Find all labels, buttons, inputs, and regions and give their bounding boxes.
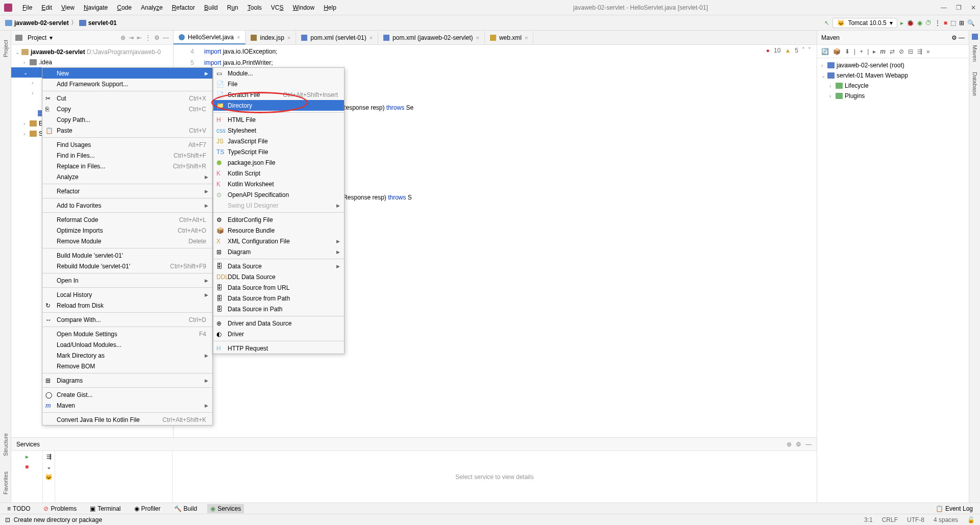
inspection-widget[interactable]: ●10 ▲5 ˆ ˇ bbox=[766, 47, 811, 54]
submenu-ds-path[interactable]: 🗄Data Source from Path bbox=[213, 293, 344, 304]
submenu-driver-ds[interactable]: ⊕Driver and Data Source bbox=[213, 318, 344, 329]
menu-rebuild-module[interactable]: Rebuild Module 'servlet-01'Ctrl+Shift+F9 bbox=[42, 261, 212, 271]
submenu-resource-bundle[interactable]: 📦Resource Bundle bbox=[213, 225, 344, 236]
add-icon[interactable]: ⊕ bbox=[787, 441, 792, 448]
submenu-typescript[interactable]: TSTypeScript File bbox=[213, 146, 344, 157]
problems-button[interactable]: ⊘Problems bbox=[40, 504, 80, 513]
filter-icon[interactable]: ⇶ bbox=[46, 453, 52, 460]
structure-button[interactable]: ⊞ bbox=[959, 19, 964, 27]
gear-icon[interactable]: ⚙ bbox=[154, 34, 160, 41]
menu-open-in[interactable]: Open In▶ bbox=[42, 275, 212, 286]
debug-button[interactable]: 🐞 bbox=[906, 19, 914, 27]
submenu-directory[interactable]: 📁Directory bbox=[213, 100, 344, 111]
download-icon[interactable]: ⬇ bbox=[845, 48, 850, 55]
submenu-editorconfig[interactable]: ⚙EditorConfig File bbox=[213, 214, 344, 225]
menu-load-unload[interactable]: Load/Unload Modules... bbox=[42, 339, 212, 350]
run-icon[interactable]: ▸ bbox=[873, 48, 876, 55]
menu-module-settings[interactable]: Open Module SettingsF4 bbox=[42, 329, 212, 339]
menu-copy[interactable]: ⎘CopyCtrl+C bbox=[42, 104, 212, 114]
close-icon[interactable]: × bbox=[287, 35, 290, 41]
menu-paste[interactable]: 📋PasteCtrl+V bbox=[42, 125, 212, 136]
submenu-package-json[interactable]: ⬢package.json File bbox=[213, 157, 344, 168]
menu-maven[interactable]: mMaven▶ bbox=[42, 400, 212, 411]
lock-icon[interactable]: 🔓 bbox=[967, 516, 975, 523]
menu-edit[interactable]: Edit bbox=[37, 3, 56, 13]
stop-icon[interactable]: ■ bbox=[25, 463, 29, 470]
terminal-button[interactable]: ▣Terminal bbox=[87, 504, 124, 513]
collapse-icon[interactable]: ⊟ bbox=[908, 48, 913, 55]
submenu-file[interactable]: 📄File bbox=[213, 79, 344, 89]
submenu-scratch[interactable]: 📄Scratch FileCtrl+Alt+Shift+Insert bbox=[213, 89, 344, 100]
hide-icon[interactable]: — bbox=[805, 441, 812, 448]
expand-icon[interactable]: ⇤ bbox=[137, 34, 142, 41]
hammer-icon[interactable]: ↖ bbox=[824, 19, 829, 27]
menu-mark-dir[interactable]: Mark Directory as▶ bbox=[42, 350, 212, 361]
menu-create-gist[interactable]: ◯Create Gist... bbox=[42, 389, 212, 400]
maven-root-project[interactable]: ›javaweb-02-servlet (root) bbox=[817, 60, 969, 70]
menu-find-files[interactable]: Find in Files...Ctrl+Shift+F bbox=[42, 150, 212, 161]
chevron-down-icon[interactable]: ▾ bbox=[50, 34, 53, 41]
menu-find-usages[interactable]: Find UsagesAlt+F7 bbox=[42, 139, 212, 150]
tomcat-icon[interactable]: 🐱 bbox=[45, 473, 53, 481]
tree-item-idea[interactable]: › .idea bbox=[11, 57, 173, 67]
menu-favorites[interactable]: Add to Favorites▶ bbox=[42, 200, 212, 211]
menu-reload-disk[interactable]: ↻Reload from Disk bbox=[42, 300, 212, 311]
build-button[interactable]: 🔨Build bbox=[171, 504, 201, 513]
menu-remove-bom[interactable]: Remove BOM bbox=[42, 361, 212, 371]
menu-copy-path[interactable]: Copy Path... bbox=[42, 114, 212, 125]
maven-tree[interactable]: ›javaweb-02-servlet (root) ⌄servlet-01 M… bbox=[817, 58, 969, 103]
minimize-button[interactable]: — bbox=[941, 4, 947, 11]
breadcrumb-root[interactable]: javaweb-02-servlet bbox=[14, 19, 69, 27]
submenu-diagram[interactable]: ⊞Diagram▶ bbox=[213, 246, 344, 257]
menu-tools[interactable]: Tools bbox=[243, 3, 266, 13]
toggle-icon[interactable]: ⇄ bbox=[890, 48, 895, 55]
gear-icon[interactable]: ⚙ bbox=[951, 34, 957, 41]
menu-analyze[interactable]: Analyze bbox=[137, 3, 167, 13]
more-icon[interactable]: » bbox=[926, 48, 930, 55]
submenu-swing[interactable]: Swing UI Designer▶ bbox=[213, 200, 344, 211]
submenu-openapi[interactable]: ⊙OpenAPI Specification bbox=[213, 189, 344, 200]
menu-window[interactable]: Window bbox=[288, 3, 318, 13]
submenu-ds-in-path[interactable]: 🗄Data Source in Path bbox=[213, 304, 344, 314]
menu-local-history[interactable]: Local History▶ bbox=[42, 289, 212, 300]
menu-view[interactable]: View bbox=[57, 3, 79, 13]
menu-optimize[interactable]: Optimize ImportsCtrl+Alt+O bbox=[42, 225, 212, 236]
breadcrumb-module[interactable]: servlet-01 bbox=[88, 19, 117, 27]
submenu-data-source[interactable]: 🗄Data Source▶ bbox=[213, 261, 344, 271]
reload-icon[interactable]: 🔄 bbox=[821, 48, 829, 55]
menu-reformat[interactable]: Reformat CodeCtrl+Alt+L bbox=[42, 214, 212, 225]
submenu-ds-url[interactable]: 🗄Data Source from URL bbox=[213, 282, 344, 293]
profile-button[interactable]: ⏱ bbox=[925, 19, 932, 27]
generate-icon[interactable]: 📦 bbox=[833, 48, 841, 55]
submenu-module[interactable]: ▭Module... bbox=[213, 68, 344, 79]
profiler-button[interactable]: ◉Profiler bbox=[131, 504, 164, 513]
menu-vcs[interactable]: VCS bbox=[267, 3, 288, 13]
execute-icon[interactable]: m bbox=[880, 48, 886, 55]
collapse-icon[interactable]: ⇥ bbox=[129, 34, 134, 41]
run-config-selector[interactable]: 🐱 Tomcat 10.0.5 ▾ bbox=[832, 18, 897, 28]
indent[interactable]: 4 spaces bbox=[934, 516, 958, 523]
menu-build[interactable]: Build bbox=[200, 3, 222, 13]
submenu-kotlin-script[interactable]: KKotlin Script bbox=[213, 168, 344, 179]
menu-remove-module[interactable]: Remove ModuleDelete bbox=[42, 236, 212, 246]
menu-refactor[interactable]: Refactor bbox=[168, 3, 199, 13]
tab-hello-servlet[interactable]: HelloServlet.java× bbox=[174, 31, 246, 44]
breadcrumb[interactable]: javaweb-02-servlet 〉 servlet-01 bbox=[5, 18, 117, 27]
line-separator[interactable]: CRLF bbox=[882, 516, 898, 523]
maximize-button[interactable]: ❐ bbox=[956, 4, 962, 11]
project-tool-button[interactable]: Project bbox=[3, 40, 9, 57]
services-button[interactable]: ◉Services bbox=[207, 504, 244, 513]
chevron-down-icon[interactable]: ˇ bbox=[808, 47, 811, 54]
menu-run[interactable]: Run bbox=[223, 3, 242, 13]
event-log-button[interactable]: 📋Event Log bbox=[933, 504, 976, 513]
stop-button[interactable]: ■ bbox=[944, 19, 947, 27]
maven-tool-icon[interactable] bbox=[972, 34, 978, 40]
submenu-stylesheet[interactable]: cssStylesheet bbox=[213, 125, 344, 136]
close-button[interactable]: ✕ bbox=[971, 4, 976, 11]
gear-icon[interactable]: ⚙ bbox=[796, 441, 801, 448]
hide-icon[interactable]: — bbox=[959, 34, 965, 41]
add-icon[interactable]: + bbox=[860, 48, 863, 55]
menu-add-framework[interactable]: Add Framework Support... bbox=[42, 79, 212, 89]
database-tool-button[interactable]: Database bbox=[972, 72, 978, 96]
tab-index-jsp[interactable]: index.jsp× bbox=[246, 31, 296, 44]
